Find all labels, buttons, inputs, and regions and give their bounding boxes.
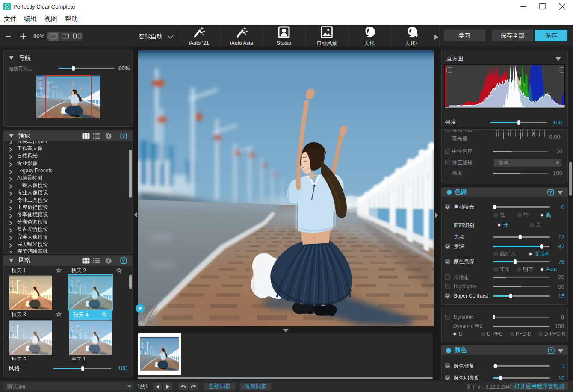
svg-text:?: ? — [122, 259, 125, 263]
svg-text:?: ? — [550, 348, 552, 353]
svg-text:?: ? — [549, 190, 552, 195]
svg-text:?: ? — [122, 134, 125, 139]
